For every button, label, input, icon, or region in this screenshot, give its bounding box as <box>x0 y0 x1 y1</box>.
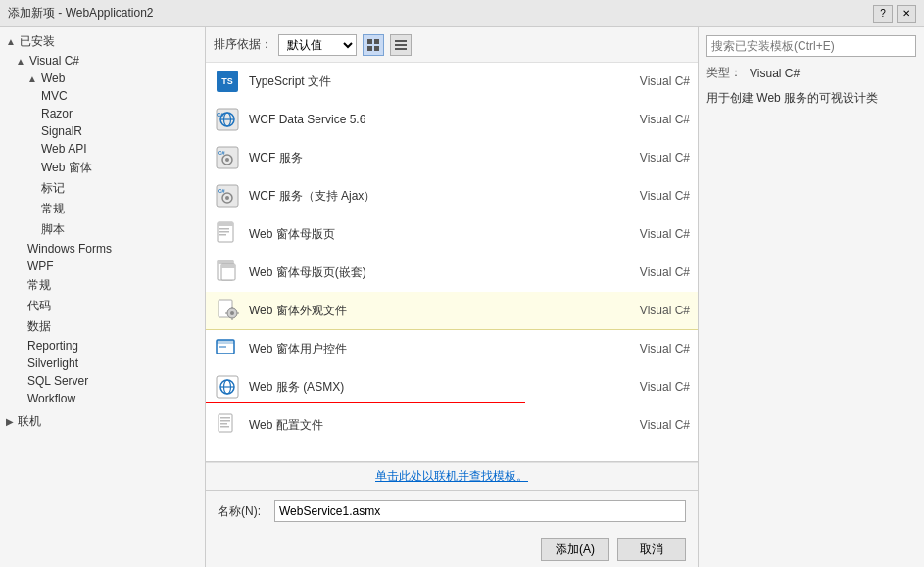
template-item-master-nested[interactable]: Web 窗体母版页(嵌套) Visual C# <box>206 254 698 292</box>
template-item-master[interactable]: Web 窗体母版页 Visual C# <box>206 215 698 254</box>
toolbar-row: 排序依据： 默认值 <box>206 27 698 63</box>
info-type-row: 类型： Visual C# <box>706 65 916 81</box>
expand-arrow-csharp: ▲ <box>16 56 25 67</box>
template-list: TS TypeScript 文件 Visual C# C# <box>206 63 698 462</box>
sidebar-item-web[interactable]: ▲ Web <box>0 70 205 87</box>
sidebar-item-sqlserver[interactable]: SQL Server <box>0 372 205 390</box>
svg-point-15 <box>225 158 229 162</box>
template-item-usercontrol[interactable]: Web 窗体用户控件 Visual C# <box>206 330 698 368</box>
expand-arrow-installed: ▲ <box>6 36 16 47</box>
sidebar-section-visual-csharp[interactable]: ▲ Visual C# <box>0 52 205 70</box>
main-content: ▲ 已安装 ▲ Visual C# ▲ Web MVC Razor Signal… <box>0 27 924 567</box>
sidebar-item-mvc[interactable]: MVC <box>0 87 205 105</box>
search-input[interactable] <box>706 35 916 57</box>
grid-view-button[interactable] <box>363 34 384 56</box>
master-nested-icon <box>214 259 241 286</box>
sidebar-item-markup[interactable]: 标记 <box>0 178 205 199</box>
template-name-webconfig: Web 配置文件 <box>249 417 613 434</box>
template-category-wcf-data: Visual C# <box>621 113 690 126</box>
window-title: 添加新项 - WebApplication2 <box>8 5 154 22</box>
sidebar-section-installed[interactable]: ▲ 已安装 <box>0 31 205 52</box>
template-category-webconfig: Visual C# <box>621 418 690 432</box>
template-name-asmx: Web 服务 (ASMX) <box>249 379 613 396</box>
skin-icon <box>214 297 241 324</box>
svg-text:C#: C# <box>217 112 224 118</box>
template-item-wcf-data[interactable]: C# WCF Data Service 5.6 Visual C# <box>206 101 698 139</box>
window-controls: ? ✕ <box>873 5 916 23</box>
wcf-ajax-icon: C# <box>214 182 241 210</box>
ts-icon: TS <box>214 68 241 95</box>
template-item-webconfig[interactable]: Web 配置文件 Visual C# <box>206 406 698 445</box>
template-name-wcf-ajax: WCF 服务（支持 Ajax） <box>249 188 613 205</box>
template-name-wcf: WCF 服务 <box>249 150 613 166</box>
expand-arrow-online: ▶ <box>6 416 14 427</box>
template-item-wcf-ajax[interactable]: C# WCF 服务（支持 Ajax） Visual C# <box>206 177 698 215</box>
template-item-asmx[interactable]: Web 服务 (ASMX) Visual C# <box>206 368 698 406</box>
online-link[interactable]: 单击此处以联机并查找模板。 <box>375 468 528 485</box>
svg-rect-4 <box>395 40 407 42</box>
sidebar-item-script[interactable]: 脚本 <box>0 219 205 240</box>
info-panel: 类型： Visual C# 用于创建 Web 服务的可视设计类 <box>699 27 924 567</box>
sidebar: ▲ 已安装 ▲ Visual C# ▲ Web MVC Razor Signal… <box>0 27 206 567</box>
svg-rect-5 <box>395 44 407 46</box>
sidebar-item-webforms[interactable]: Web 窗体 <box>0 158 205 178</box>
info-type-value: Visual C# <box>750 67 800 80</box>
name-label: 名称(N): <box>218 503 267 520</box>
svg-rect-3 <box>374 46 379 51</box>
center-panel: 排序依据： 默认值 <box>206 27 699 567</box>
sidebar-item-silverlight[interactable]: Silverlight <box>0 354 205 372</box>
sidebar-item-general2[interactable]: 常规 <box>0 275 205 296</box>
template-name-master-nested: Web 窗体母版页(嵌套) <box>249 264 613 281</box>
template-category-ts: Visual C# <box>621 74 690 88</box>
svg-rect-6 <box>395 48 407 50</box>
template-category-usercontrol: Visual C# <box>621 342 690 355</box>
template-category-master-nested: Visual C# <box>621 265 690 279</box>
svg-rect-38 <box>219 346 226 348</box>
template-name-master: Web 窗体母版页 <box>249 226 613 243</box>
template-item-ts[interactable]: TS TypeScript 文件 Visual C# <box>206 63 698 101</box>
svg-rect-1 <box>374 39 379 44</box>
svg-rect-26 <box>218 260 233 264</box>
sidebar-item-wpf[interactable]: WPF <box>0 258 205 275</box>
svg-rect-24 <box>219 234 226 236</box>
sidebar-item-general[interactable]: 常规 <box>0 199 205 219</box>
template-name-wcf-data: WCF Data Service 5.6 <box>249 113 613 126</box>
template-name-usercontrol: Web 窗体用户控件 <box>249 341 613 357</box>
title-bar: 添加新项 - WebApplication2 ? ✕ <box>0 0 924 27</box>
sort-select[interactable]: 默认值 <box>278 34 357 56</box>
add-button[interactable]: 添加(A) <box>541 538 609 561</box>
svg-rect-28 <box>221 264 235 268</box>
name-row: 名称(N): <box>206 491 698 532</box>
webconfig-icon <box>214 411 241 439</box>
cancel-button[interactable]: 取消 <box>617 538 686 561</box>
svg-rect-21 <box>218 222 233 226</box>
template-item-wcf[interactable]: C# WCF 服务 Visual C# <box>206 139 698 177</box>
svg-rect-23 <box>219 231 229 233</box>
online-link-row: 单击此处以联机并查找模板。 <box>206 462 698 490</box>
sidebar-item-workflow[interactable]: Workflow <box>0 390 205 407</box>
sidebar-item-data[interactable]: 数据 <box>0 316 205 337</box>
button-row: 添加(A) 取消 <box>206 532 698 567</box>
sidebar-item-code[interactable]: 代码 <box>0 296 205 316</box>
sidebar-item-signalr[interactable]: SignalR <box>0 122 205 140</box>
sidebar-item-razor[interactable]: Razor <box>0 105 205 122</box>
close-button[interactable]: ✕ <box>897 5 916 23</box>
template-item-skin[interactable]: Web 窗体外观文件 Visual C# <box>206 292 698 330</box>
name-input[interactable] <box>274 500 686 522</box>
template-category-wcf-ajax: Visual C# <box>621 189 690 203</box>
svg-rect-2 <box>367 46 372 51</box>
sort-label: 排序依据： <box>214 36 272 53</box>
master-icon <box>214 220 241 248</box>
wcf-icon: C# <box>214 144 241 171</box>
template-category-skin: Visual C# <box>621 304 690 317</box>
sidebar-item-reporting[interactable]: Reporting <box>0 337 205 354</box>
sidebar-item-webapi[interactable]: Web API <box>0 140 205 158</box>
svg-rect-22 <box>219 228 229 230</box>
asmx-icon <box>214 373 241 401</box>
help-button[interactable]: ? <box>873 5 893 23</box>
template-category-wcf: Visual C# <box>621 151 690 165</box>
list-view-button[interactable] <box>390 34 412 56</box>
sidebar-section-online[interactable]: ▶ 联机 <box>0 411 205 432</box>
template-name-ts: TypeScript 文件 <box>249 73 613 90</box>
sidebar-item-windowsforms[interactable]: Windows Forms <box>0 240 205 258</box>
